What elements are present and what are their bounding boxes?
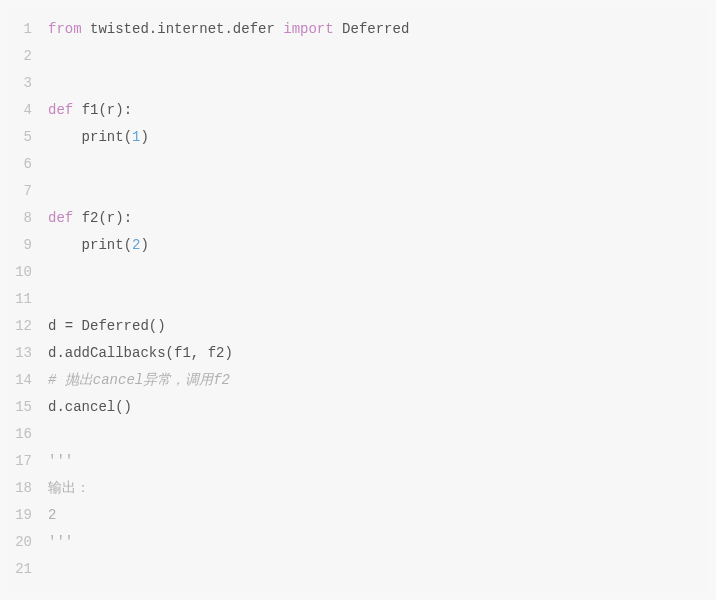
- line-content: print(2): [48, 232, 708, 259]
- line-content: [48, 43, 708, 70]
- code-line: 15d.cancel(): [8, 394, 708, 421]
- code-line: 14# 抛出cancel异常，调用f2: [8, 367, 708, 394]
- line-content: [48, 259, 708, 286]
- code-line: 2: [8, 43, 708, 70]
- code-line: 17''': [8, 448, 708, 475]
- line-number: 12: [8, 313, 48, 340]
- code-line: 5 print(1): [8, 124, 708, 151]
- line-content: d = Deferred(): [48, 313, 708, 340]
- code-line: 3: [8, 70, 708, 97]
- line-content: print(1): [48, 124, 708, 151]
- line-content: [48, 178, 708, 205]
- line-content: d.cancel(): [48, 394, 708, 421]
- line-number: 7: [8, 178, 48, 205]
- line-number: 8: [8, 205, 48, 232]
- code-line: 4def f1(r):: [8, 97, 708, 124]
- code-line: 6: [8, 151, 708, 178]
- line-number: 1: [8, 16, 48, 43]
- code-line: 9 print(2): [8, 232, 708, 259]
- line-content: def f1(r):: [48, 97, 708, 124]
- line-content: 输出：: [48, 475, 708, 502]
- line-number: 19: [8, 502, 48, 529]
- line-content: ''': [48, 448, 708, 475]
- line-number: 14: [8, 367, 48, 394]
- code-line: 13d.addCallbacks(f1, f2): [8, 340, 708, 367]
- line-number: 6: [8, 151, 48, 178]
- line-content: [48, 421, 708, 448]
- line-content: [48, 556, 708, 583]
- line-content: [48, 286, 708, 313]
- code-line: 10: [8, 259, 708, 286]
- line-number: 16: [8, 421, 48, 448]
- line-content: d.addCallbacks(f1, f2): [48, 340, 708, 367]
- line-number: 11: [8, 286, 48, 313]
- code-line: 7: [8, 178, 708, 205]
- code-block: 1from twisted.internet.defer import Defe…: [8, 8, 708, 591]
- line-content: def f2(r):: [48, 205, 708, 232]
- code-line: 11: [8, 286, 708, 313]
- line-content: from twisted.internet.defer import Defer…: [48, 16, 708, 43]
- line-number: 17: [8, 448, 48, 475]
- line-number: 21: [8, 556, 48, 583]
- line-content: [48, 70, 708, 97]
- line-content: # 抛出cancel异常，调用f2: [48, 367, 708, 394]
- line-number: 13: [8, 340, 48, 367]
- line-content: 2: [48, 502, 708, 529]
- line-content: ''': [48, 529, 708, 556]
- line-number: 20: [8, 529, 48, 556]
- code-line: 12d = Deferred(): [8, 313, 708, 340]
- line-number: 3: [8, 70, 48, 97]
- code-line: 8def f2(r):: [8, 205, 708, 232]
- code-line: 192: [8, 502, 708, 529]
- line-number: 5: [8, 124, 48, 151]
- line-number: 18: [8, 475, 48, 502]
- line-content: [48, 151, 708, 178]
- code-line: 18输出：: [8, 475, 708, 502]
- line-number: 10: [8, 259, 48, 286]
- code-line: 16: [8, 421, 708, 448]
- line-number: 2: [8, 43, 48, 70]
- code-line: 20''': [8, 529, 708, 556]
- line-number: 9: [8, 232, 48, 259]
- code-line: 21: [8, 556, 708, 583]
- line-number: 4: [8, 97, 48, 124]
- line-number: 15: [8, 394, 48, 421]
- code-line: 1from twisted.internet.defer import Defe…: [8, 16, 708, 43]
